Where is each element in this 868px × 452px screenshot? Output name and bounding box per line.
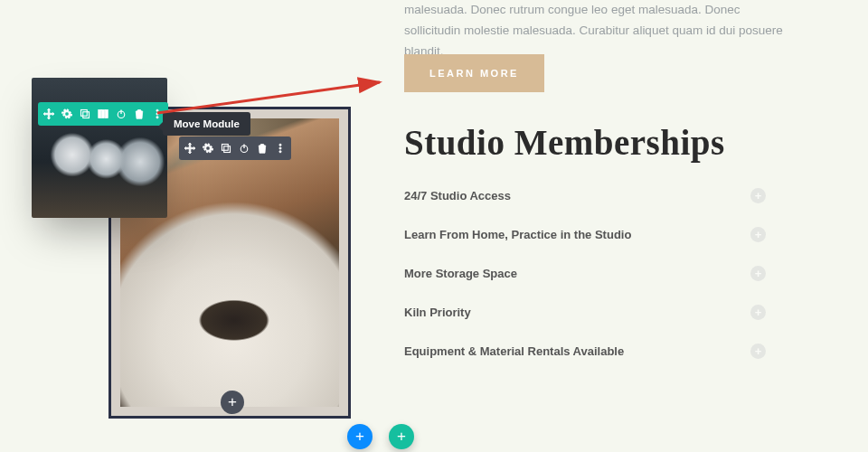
svg-point-16 <box>279 151 281 153</box>
trash-icon[interactable] <box>253 137 271 160</box>
row-toolbar[interactable] <box>38 102 168 126</box>
expand-icon: + <box>750 227 766 242</box>
intro-paragraph: malesuada. Donec rutrum congue leo eget … <box>404 0 784 62</box>
move-icon[interactable] <box>181 137 199 160</box>
add-section-button[interactable]: + <box>347 424 373 449</box>
duplicate-icon[interactable] <box>217 137 235 160</box>
learn-more-button[interactable]: LEARN MORE <box>404 54 544 92</box>
move-icon[interactable] <box>40 102 58 126</box>
expand-icon: + <box>750 344 766 359</box>
trash-icon[interactable] <box>130 102 148 126</box>
svg-point-9 <box>156 117 158 118</box>
expand-icon: + <box>750 188 766 203</box>
gear-icon[interactable] <box>58 102 76 126</box>
accordion-item[interactable]: Learn From Home, Practice in the Studio … <box>404 215 766 254</box>
accordion-item[interactable]: Kiln Priority + <box>404 293 766 332</box>
accordion-item[interactable]: 24/7 Studio Access + <box>404 176 766 215</box>
svg-rect-10 <box>222 145 229 151</box>
accordion-label: 24/7 Studio Access <box>404 189 511 202</box>
add-module-button[interactable]: + <box>221 391 244 414</box>
accordion-label: More Storage Space <box>404 267 517 280</box>
svg-point-14 <box>279 144 281 146</box>
accordion-label: Learn From Home, Practice in the Studio <box>404 228 631 241</box>
svg-rect-4 <box>105 110 108 118</box>
power-icon[interactable] <box>112 102 130 126</box>
svg-point-8 <box>156 113 158 115</box>
svg-rect-1 <box>83 112 90 118</box>
svg-rect-2 <box>99 110 101 118</box>
accordion-label: Equipment & Material Rentals Available <box>404 344 624 358</box>
duplicate-icon[interactable] <box>76 102 94 126</box>
move-module-tooltip: Move Module <box>163 112 250 136</box>
svg-rect-0 <box>81 110 88 117</box>
svg-rect-11 <box>224 146 231 153</box>
module-toolbar[interactable] <box>179 137 291 160</box>
jars-thumbnail-image[interactable] <box>32 78 167 218</box>
add-row-button[interactable]: + <box>389 424 414 449</box>
columns-icon[interactable] <box>94 102 112 126</box>
accordion: 24/7 Studio Access + Learn From Home, Pr… <box>404 176 766 371</box>
section-heading: Studio Memberships <box>404 122 725 163</box>
accordion-item[interactable]: Equipment & Material Rentals Available + <box>404 332 766 371</box>
accordion-item[interactable]: More Storage Space + <box>404 254 766 293</box>
more-icon[interactable] <box>271 137 289 160</box>
accordion-label: Kiln Priority <box>404 306 471 319</box>
power-icon[interactable] <box>235 137 253 160</box>
svg-point-15 <box>279 147 281 149</box>
expand-icon: + <box>750 266 766 281</box>
gear-icon[interactable] <box>199 137 217 160</box>
expand-icon: + <box>750 305 766 320</box>
svg-rect-3 <box>102 110 105 118</box>
svg-point-7 <box>156 109 158 111</box>
